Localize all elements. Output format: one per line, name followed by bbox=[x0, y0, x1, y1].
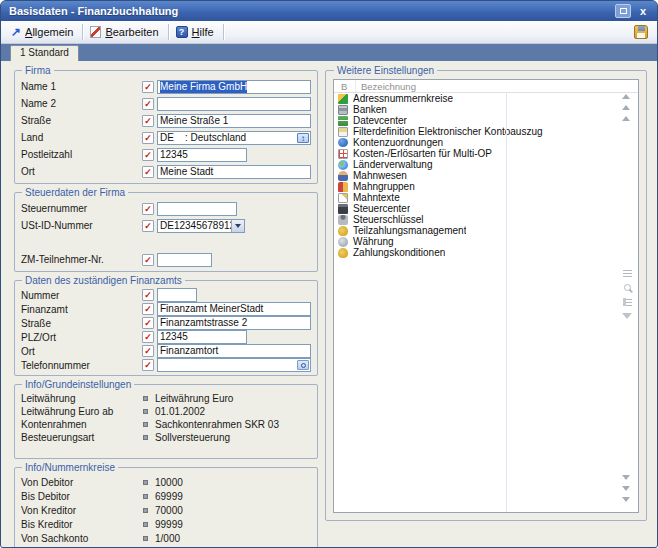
text-input[interactable] bbox=[157, 97, 311, 111]
mandatory-check-icon: ✓ bbox=[142, 254, 154, 266]
info-row: Von Debitor10000 bbox=[21, 475, 311, 489]
save-floppy-icon bbox=[634, 25, 648, 39]
bullet-icon bbox=[143, 508, 148, 513]
list-item[interactable]: Steuerschlüssel bbox=[334, 214, 638, 225]
adressnummernkreise-icon bbox=[338, 94, 348, 104]
list-item[interactable]: Währung bbox=[334, 236, 638, 247]
text-input[interactable]: 12345 bbox=[157, 330, 247, 344]
info-row: Von Sachkonto1/000 bbox=[21, 531, 311, 545]
list-item[interactable]: Zahlungskonditionen bbox=[334, 247, 638, 258]
column-header-bezeichnung[interactable]: Bezeichnung bbox=[356, 80, 506, 93]
list-item-label: Datevcenter bbox=[353, 115, 407, 126]
list-item[interactable]: Filterdefinition Elektronischer Kontoaus… bbox=[334, 126, 638, 137]
list-item[interactable]: Banken bbox=[334, 104, 638, 115]
text-input[interactable]: Meine Stadt bbox=[157, 165, 311, 179]
list-item[interactable]: Mahntexte bbox=[334, 192, 638, 203]
info-label: Leitwährung bbox=[21, 393, 142, 404]
form-row: Steuernummer✓ bbox=[21, 200, 311, 217]
tab-strip: 1 Standard bbox=[1, 44, 657, 61]
steuercenter-icon bbox=[338, 204, 348, 214]
list-item-label: Steuerschlüssel bbox=[353, 214, 424, 225]
form-row: Ort✓Finanzamtort bbox=[21, 344, 311, 358]
menu-item-allgemein[interactable]: ↗Allgemein bbox=[7, 24, 79, 40]
field-value: Meine Stadt bbox=[160, 166, 213, 178]
list-item[interactable]: Mahngruppen bbox=[334, 181, 638, 192]
column-header-b[interactable]: B bbox=[334, 80, 356, 92]
search-icon[interactable] bbox=[624, 284, 631, 291]
field-label: Ort bbox=[21, 166, 142, 177]
menu-item-label: Allgemein bbox=[25, 26, 73, 38]
form-row: Land✓DE : Deutschland↕ bbox=[21, 129, 311, 146]
text-input[interactable]: Finanzamtort bbox=[157, 344, 311, 358]
info-row: Bis Kreditor99999 bbox=[21, 517, 311, 531]
edit-page-icon bbox=[90, 26, 101, 38]
field-label: Postleitzahl bbox=[21, 149, 142, 160]
menu-item-bearbeiten[interactable]: Bearbeiten bbox=[86, 24, 164, 40]
close-button[interactable]: x bbox=[635, 4, 651, 18]
info-value: Leitwährung Euro bbox=[155, 393, 233, 404]
scroll-down-button[interactable] bbox=[622, 475, 630, 480]
scroll-page-down-button[interactable] bbox=[622, 486, 630, 491]
text-input[interactable]: Finanzamtstrasse 2 bbox=[157, 316, 311, 330]
scroll-page-up-button[interactable] bbox=[622, 105, 630, 110]
window-title: Basisdaten - Finanzbuchhaltung bbox=[9, 5, 611, 17]
field-value: 12345 bbox=[160, 149, 188, 161]
text-input[interactable] bbox=[157, 253, 212, 267]
list-item[interactable]: Mahnwesen bbox=[334, 170, 638, 181]
bullet-icon bbox=[143, 409, 148, 414]
list-item[interactable]: Datevcenter bbox=[334, 115, 638, 126]
info-label: Kontenrahmen bbox=[21, 419, 142, 430]
list-item[interactable]: Adressnummernkreise bbox=[334, 93, 638, 104]
group-finanzamt-legend: Daten des zuständigen Finanzamts bbox=[22, 275, 185, 286]
toolbar-separator bbox=[168, 24, 169, 40]
group-steuerdaten: Steuerdaten der Firma Steuernummer✓USt-I… bbox=[14, 187, 318, 272]
list-item[interactable]: Länderverwaltung bbox=[334, 159, 638, 170]
list-side-toolbar bbox=[622, 270, 632, 319]
field-label: USt-ID-Nummer bbox=[21, 220, 142, 231]
list-item[interactable]: Steuercenter bbox=[334, 203, 638, 214]
sort-icon[interactable] bbox=[623, 298, 632, 306]
save-button[interactable] bbox=[631, 23, 651, 42]
info-label: Von Kreditor bbox=[21, 505, 142, 516]
info-value: Sachkontenrahmen SKR 03 bbox=[155, 419, 279, 430]
info-label: Bis Sachkonto bbox=[21, 547, 142, 548]
info-row: KontenrahmenSachkontenrahmen SKR 03 bbox=[21, 418, 311, 431]
mahngruppen-icon bbox=[338, 182, 348, 192]
country-combobox[interactable]: DE : Deutschland↕ bbox=[157, 131, 311, 145]
info-value: 9999/999 bbox=[155, 547, 197, 548]
form-row: Finanzamt✓Finanzamt MeinerStadt bbox=[21, 302, 311, 316]
scroll-to-bottom-button[interactable] bbox=[622, 497, 630, 502]
dropdown-field[interactable]: DE123456789123 bbox=[157, 219, 245, 233]
form-row: Ort✓Meine Stadt bbox=[21, 163, 311, 180]
menu-item-hilfe[interactable]: ?Hilfe bbox=[172, 24, 220, 40]
tab-standard[interactable]: 1 Standard bbox=[10, 45, 79, 61]
text-input[interactable]: 12345 bbox=[157, 148, 247, 162]
laenderverwaltung-icon bbox=[338, 160, 348, 170]
field-value: Finanzamt MeinerStadt bbox=[160, 303, 263, 315]
scroll-to-top-button[interactable] bbox=[622, 94, 630, 99]
text-input[interactable]: Meine Firma GmbH bbox=[157, 80, 311, 94]
list-item[interactable]: Teilzahlungsmanagement bbox=[334, 225, 638, 236]
dropdown-button[interactable] bbox=[231, 220, 244, 232]
info-label: Bis Kreditor bbox=[21, 519, 142, 530]
text-input[interactable]: Meine Straße 1 bbox=[157, 114, 311, 128]
restore-button[interactable] bbox=[615, 4, 631, 18]
dial-button[interactable] bbox=[297, 360, 309, 370]
mandatory-check-icon: ✓ bbox=[142, 132, 154, 144]
field-label: Telefonnummer bbox=[21, 360, 142, 371]
phone-field[interactable] bbox=[157, 358, 311, 372]
grip-icon[interactable] bbox=[623, 270, 632, 277]
info-value: Sollversteuerung bbox=[155, 432, 230, 443]
list-item[interactable]: Kontenzuordnungen bbox=[334, 137, 638, 148]
spin-button[interactable]: ↕ bbox=[297, 133, 309, 143]
scroll-up-button[interactable] bbox=[622, 116, 630, 121]
text-input[interactable] bbox=[157, 202, 237, 216]
right-column: Weitere Einstellungen B Bezeichnung Adre… bbox=[325, 65, 647, 521]
mandatory-check-icon: ✓ bbox=[142, 303, 154, 315]
list-item-label: Mahnwesen bbox=[353, 170, 407, 181]
text-input[interactable] bbox=[157, 288, 197, 302]
list-item[interactable]: Kosten-/Erlösarten für Multi-OP bbox=[334, 148, 638, 159]
filter-icon[interactable] bbox=[622, 313, 632, 319]
text-input[interactable]: Finanzamt MeinerStadt bbox=[157, 302, 311, 316]
mandatory-check-icon: ✓ bbox=[142, 166, 154, 178]
